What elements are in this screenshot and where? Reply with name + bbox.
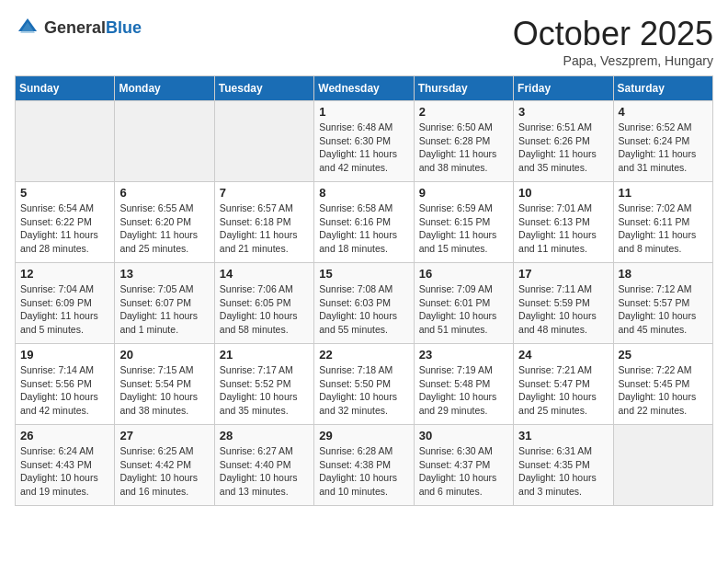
header-friday: Friday	[514, 76, 613, 101]
calendar-day-26: 26Sunrise: 6:24 AM Sunset: 4:43 PM Dayli…	[16, 425, 115, 506]
day-info: Sunrise: 6:57 AM Sunset: 6:18 PM Dayligh…	[220, 201, 309, 256]
calendar-day-22: 22Sunrise: 7:18 AM Sunset: 5:50 PM Dayli…	[314, 344, 414, 425]
page-header: GeneralBlue October 2025 Papa, Veszprem,…	[15, 15, 713, 68]
calendar-week-row: 12Sunrise: 7:04 AM Sunset: 6:09 PM Dayli…	[16, 263, 713, 344]
header-tuesday: Tuesday	[214, 76, 313, 101]
header-wednesday: Wednesday	[314, 76, 414, 101]
day-number: 25	[619, 348, 708, 362]
day-number: 18	[619, 267, 708, 281]
day-number: 4	[619, 105, 708, 119]
day-info: Sunrise: 6:51 AM Sunset: 6:26 PM Dayligh…	[518, 121, 608, 175]
day-number: 21	[220, 348, 309, 362]
day-number: 12	[20, 267, 109, 281]
day-number: 29	[319, 429, 408, 442]
day-number: 31	[518, 429, 608, 442]
calendar-day-18: 18Sunrise: 7:12 AM Sunset: 5:57 PM Dayli…	[613, 263, 712, 344]
logo-blue-text: Blue	[106, 18, 142, 37]
calendar-day-11: 11Sunrise: 7:02 AM Sunset: 6:11 PM Dayli…	[613, 182, 712, 263]
day-info: Sunrise: 7:08 AM Sunset: 6:03 PM Dayligh…	[319, 282, 408, 337]
day-info: Sunrise: 7:22 AM Sunset: 5:45 PM Dayligh…	[619, 363, 708, 418]
logo-icon	[15, 15, 40, 40]
calendar-day-30: 30Sunrise: 6:30 AM Sunset: 4:37 PM Dayli…	[414, 425, 513, 506]
empty-cell	[16, 101, 115, 182]
calendar-day-21: 21Sunrise: 7:17 AM Sunset: 5:52 PM Dayli…	[214, 344, 313, 425]
calendar-day-31: 31Sunrise: 6:31 AM Sunset: 4:35 PM Dayli…	[514, 425, 613, 506]
day-info: Sunrise: 7:14 AM Sunset: 5:56 PM Dayligh…	[20, 363, 109, 418]
calendar-day-28: 28Sunrise: 6:27 AM Sunset: 4:40 PM Dayli…	[214, 425, 313, 506]
day-info: Sunrise: 7:02 AM Sunset: 6:11 PM Dayligh…	[619, 201, 708, 256]
calendar-day-2: 2Sunrise: 6:50 AM Sunset: 6:28 PM Daylig…	[414, 101, 513, 182]
header-thursday: Thursday	[414, 76, 513, 101]
calendar-day-25: 25Sunrise: 7:22 AM Sunset: 5:45 PM Dayli…	[613, 344, 712, 425]
day-number: 6	[119, 186, 209, 200]
day-number: 26	[20, 429, 109, 442]
calendar-day-1: 1Sunrise: 6:48 AM Sunset: 6:30 PM Daylig…	[314, 101, 414, 182]
day-info: Sunrise: 6:59 AM Sunset: 6:15 PM Dayligh…	[419, 201, 508, 256]
empty-cell	[613, 425, 712, 506]
calendar-table: SundayMondayTuesdayWednesdayThursdayFrid…	[15, 75, 713, 506]
day-number: 16	[419, 267, 508, 281]
day-info: Sunrise: 6:54 AM Sunset: 6:22 PM Dayligh…	[20, 201, 109, 256]
day-number: 22	[319, 348, 408, 362]
calendar-day-20: 20Sunrise: 7:15 AM Sunset: 5:54 PM Dayli…	[115, 344, 214, 425]
calendar-week-row: 19Sunrise: 7:14 AM Sunset: 5:56 PM Dayli…	[16, 344, 713, 425]
day-info: Sunrise: 7:04 AM Sunset: 6:09 PM Dayligh…	[20, 282, 109, 337]
day-info: Sunrise: 7:18 AM Sunset: 5:50 PM Dayligh…	[319, 363, 408, 418]
day-info: Sunrise: 7:11 AM Sunset: 5:59 PM Dayligh…	[518, 282, 608, 337]
calendar-day-27: 27Sunrise: 6:25 AM Sunset: 4:42 PM Dayli…	[115, 425, 214, 506]
logo: GeneralBlue	[15, 15, 142, 40]
day-info: Sunrise: 7:12 AM Sunset: 5:57 PM Dayligh…	[619, 282, 708, 337]
day-info: Sunrise: 7:01 AM Sunset: 6:13 PM Dayligh…	[518, 201, 608, 256]
day-number: 9	[419, 186, 508, 200]
header-sunday: Sunday	[16, 76, 115, 101]
day-info: Sunrise: 7:09 AM Sunset: 6:01 PM Dayligh…	[419, 282, 508, 337]
header-saturday: Saturday	[613, 76, 712, 101]
day-number: 3	[518, 105, 608, 119]
day-info: Sunrise: 7:06 AM Sunset: 6:05 PM Dayligh…	[220, 282, 309, 337]
calendar-week-row: 26Sunrise: 6:24 AM Sunset: 4:43 PM Dayli…	[16, 425, 713, 506]
day-number: 28	[220, 429, 309, 442]
calendar-day-9: 9Sunrise: 6:59 AM Sunset: 6:15 PM Daylig…	[414, 182, 513, 263]
day-number: 11	[619, 186, 708, 200]
day-number: 19	[20, 348, 109, 362]
calendar-day-6: 6Sunrise: 6:55 AM Sunset: 6:20 PM Daylig…	[115, 182, 214, 263]
day-info: Sunrise: 7:21 AM Sunset: 5:47 PM Dayligh…	[518, 363, 608, 418]
title-block: October 2025 Papa, Veszprem, Hungary	[513, 15, 713, 68]
day-info: Sunrise: 6:25 AM Sunset: 4:42 PM Dayligh…	[119, 444, 209, 499]
day-number: 1	[319, 105, 408, 119]
calendar-day-12: 12Sunrise: 7:04 AM Sunset: 6:09 PM Dayli…	[16, 263, 115, 344]
day-number: 14	[220, 267, 309, 281]
day-info: Sunrise: 7:15 AM Sunset: 5:54 PM Dayligh…	[119, 363, 209, 418]
calendar-week-row: 1Sunrise: 6:48 AM Sunset: 6:30 PM Daylig…	[16, 101, 713, 182]
calendar-day-14: 14Sunrise: 7:06 AM Sunset: 6:05 PM Dayli…	[214, 263, 313, 344]
day-number: 7	[220, 186, 309, 200]
calendar-day-3: 3Sunrise: 6:51 AM Sunset: 6:26 PM Daylig…	[514, 101, 613, 182]
day-info: Sunrise: 6:48 AM Sunset: 6:30 PM Dayligh…	[319, 121, 408, 175]
calendar-subtitle: Papa, Veszprem, Hungary	[513, 53, 713, 68]
logo-general-text: General	[44, 18, 106, 37]
calendar-day-4: 4Sunrise: 6:52 AM Sunset: 6:24 PM Daylig…	[613, 101, 712, 182]
day-info: Sunrise: 6:50 AM Sunset: 6:28 PM Dayligh…	[419, 121, 508, 175]
calendar-day-19: 19Sunrise: 7:14 AM Sunset: 5:56 PM Dayli…	[16, 344, 115, 425]
calendar-day-5: 5Sunrise: 6:54 AM Sunset: 6:22 PM Daylig…	[16, 182, 115, 263]
day-info: Sunrise: 6:27 AM Sunset: 4:40 PM Dayligh…	[220, 444, 309, 499]
day-info: Sunrise: 6:52 AM Sunset: 6:24 PM Dayligh…	[619, 121, 708, 175]
day-info: Sunrise: 6:31 AM Sunset: 4:35 PM Dayligh…	[518, 444, 608, 499]
day-number: 15	[319, 267, 408, 281]
day-info: Sunrise: 6:58 AM Sunset: 6:16 PM Dayligh…	[319, 201, 408, 256]
day-number: 2	[419, 105, 508, 119]
day-number: 17	[518, 267, 608, 281]
day-number: 5	[20, 186, 109, 200]
day-info: Sunrise: 7:05 AM Sunset: 6:07 PM Dayligh…	[119, 282, 209, 337]
calendar-day-7: 7Sunrise: 6:57 AM Sunset: 6:18 PM Daylig…	[214, 182, 313, 263]
day-number: 23	[419, 348, 508, 362]
day-number: 20	[119, 348, 209, 362]
calendar-day-16: 16Sunrise: 7:09 AM Sunset: 6:01 PM Dayli…	[414, 263, 513, 344]
day-number: 13	[119, 267, 209, 281]
calendar-day-8: 8Sunrise: 6:58 AM Sunset: 6:16 PM Daylig…	[314, 182, 414, 263]
calendar-title: October 2025	[513, 15, 713, 53]
calendar-day-23: 23Sunrise: 7:19 AM Sunset: 5:48 PM Dayli…	[414, 344, 513, 425]
calendar-day-29: 29Sunrise: 6:28 AM Sunset: 4:38 PM Dayli…	[314, 425, 414, 506]
calendar-day-17: 17Sunrise: 7:11 AM Sunset: 5:59 PM Dayli…	[514, 263, 613, 344]
day-number: 8	[319, 186, 408, 200]
